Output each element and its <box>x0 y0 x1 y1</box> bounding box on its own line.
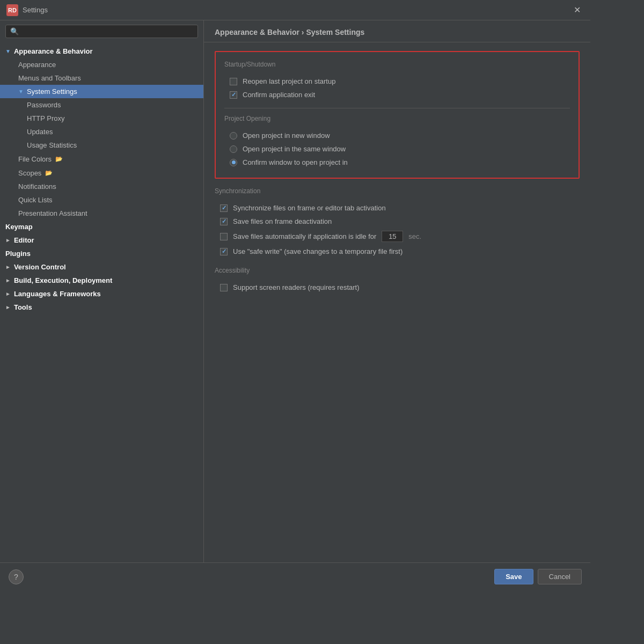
sidebar-item-quick-lists[interactable]: Quick Lists <box>0 193 203 207</box>
option-confirm-exit[interactable]: Confirm application exit <box>224 88 570 101</box>
sidebar-item-label: Notifications <box>18 182 56 191</box>
sidebar-item-notifications[interactable]: Notifications <box>0 180 203 193</box>
sync-files-label: Synchronize files on frame or editor tab… <box>233 204 386 212</box>
sidebar-item-label: Menus and Toolbars <box>18 74 81 82</box>
sidebar-item-label: Plugins <box>5 250 31 258</box>
sidebar-item-label: Passwords <box>27 101 61 109</box>
sidebar-item-label: Usage Statistics <box>27 141 77 149</box>
sidebar: 🔍 ▼ Appearance & Behavior Appearance Men… <box>0 20 204 562</box>
safe-write-checkbox[interactable] <box>220 248 228 255</box>
sidebar-item-plugins[interactable]: Plugins <box>0 247 203 260</box>
bottom-bar: ? Save Cancel <box>0 562 590 590</box>
app-icon: RD <box>6 4 18 16</box>
sidebar-item-languages-frameworks[interactable]: ► Languages & Frameworks <box>0 287 203 301</box>
nav-tree: ▼ Appearance & Behavior Appearance Menus… <box>0 42 203 562</box>
project-opening-label: Project Opening <box>224 115 570 122</box>
option-confirm-window[interactable]: Confirm window to open project in <box>224 156 570 169</box>
scopes-icon: 📂 <box>45 169 53 177</box>
sidebar-item-appearance[interactable]: Appearance <box>0 58 203 71</box>
sidebar-item-label: System Settings <box>27 87 77 96</box>
sidebar-item-presentation-assistant[interactable]: Presentation Assistant <box>0 207 203 220</box>
sidebar-item-label: Appearance & Behavior <box>14 47 93 55</box>
sidebar-item-editor[interactable]: ► Editor <box>0 233 203 247</box>
sidebar-item-tools[interactable]: ► Tools <box>0 301 203 314</box>
new-window-label: Open project in new window <box>243 131 330 140</box>
save-button[interactable]: Save <box>494 569 533 584</box>
help-button[interactable]: ? <box>9 569 24 584</box>
file-colors-icon: 📂 <box>55 155 63 163</box>
sidebar-item-label: Build, Execution, Deployment <box>14 276 112 284</box>
sidebar-item-http-proxy[interactable]: HTTP Proxy <box>0 112 203 125</box>
sidebar-item-label: Appearance <box>18 61 56 69</box>
sidebar-item-label: Keymap <box>5 223 33 231</box>
option-reopen-last-project[interactable]: Reopen last project on startup <box>224 75 570 88</box>
search-input[interactable] <box>22 27 193 35</box>
sidebar-item-label: File Colors <box>18 155 52 163</box>
content-area: Appearance & Behavior › System Settings … <box>204 20 590 562</box>
title-bar-left: RD Settings <box>6 4 48 16</box>
triangle-icon: ► <box>5 277 11 283</box>
sidebar-item-file-colors[interactable]: File Colors 📂 <box>0 152 203 166</box>
save-idle-checkbox[interactable] <box>220 233 228 240</box>
sidebar-item-appearance-behavior[interactable]: ▼ Appearance & Behavior <box>0 45 203 58</box>
option-screen-readers[interactable]: Support screen readers (requires restart… <box>215 281 580 294</box>
sidebar-item-menus-toolbars[interactable]: Menus and Toolbars <box>0 71 203 85</box>
confirm-window-label: Confirm window to open project in <box>243 158 348 166</box>
sync-files-checkbox[interactable] <box>220 204 228 212</box>
save-deactivation-checkbox[interactable] <box>220 218 228 225</box>
highlighted-section: Startup/Shutdown Reopen last project on … <box>215 51 580 179</box>
sidebar-item-label: Presentation Assistant <box>18 209 87 217</box>
synchronization-label: Synchronization <box>215 187 580 195</box>
screen-readers-checkbox[interactable] <box>220 284 228 291</box>
cancel-button[interactable]: Cancel <box>538 569 582 584</box>
close-button[interactable]: ✕ <box>570 5 584 16</box>
sidebar-item-usage-statistics[interactable]: Usage Statistics <box>0 138 203 152</box>
startup-shutdown-label: Startup/Shutdown <box>224 61 570 68</box>
sidebar-item-label: HTTP Proxy <box>27 114 65 122</box>
sidebar-item-passwords[interactable]: Passwords <box>0 98 203 112</box>
idle-seconds-input[interactable] <box>382 231 403 242</box>
triangle-icon: ► <box>5 237 11 243</box>
sidebar-item-label: Updates <box>27 128 53 136</box>
window-title: Settings <box>23 6 48 14</box>
option-save-deactivation[interactable]: Save files on frame deactivation <box>215 215 580 228</box>
search-icon: 🔍 <box>10 27 19 35</box>
sidebar-item-version-control[interactable]: ► Version Control <box>0 260 203 274</box>
confirm-exit-label: Confirm application exit <box>243 91 315 99</box>
triangle-icon: ▼ <box>5 48 11 54</box>
section-divider <box>224 108 570 108</box>
triangle-icon: ► <box>5 304 11 310</box>
sidebar-item-label: Scopes <box>18 169 41 177</box>
option-new-window[interactable]: Open project in new window <box>224 129 570 142</box>
reopen-last-project-checkbox[interactable] <box>230 78 237 85</box>
search-box[interactable]: 🔍 <box>5 25 198 38</box>
sidebar-item-label: Tools <box>14 303 32 311</box>
synchronization-section: Synchronization Synchronize files on fra… <box>215 187 580 258</box>
sidebar-item-system-settings[interactable]: ▼ System Settings <box>0 85 203 98</box>
sidebar-item-keymap[interactable]: Keymap <box>0 220 203 233</box>
same-window-radio[interactable] <box>230 145 237 153</box>
option-same-window[interactable]: Open project in the same window <box>224 142 570 156</box>
save-deactivation-label: Save files on frame deactivation <box>233 217 332 225</box>
new-window-radio[interactable] <box>230 132 237 140</box>
accessibility-section: Accessibility Support screen readers (re… <box>215 267 580 294</box>
breadcrumb: Appearance & Behavior › System Settings <box>204 20 590 42</box>
sidebar-item-label: Quick Lists <box>18 196 53 204</box>
settings-content: Startup/Shutdown Reopen last project on … <box>204 42 590 562</box>
safe-write-label: Use "safe write" (save changes to a temp… <box>233 247 402 255</box>
idle-unit-label: sec. <box>408 232 421 240</box>
option-safe-write[interactable]: Use "safe write" (save changes to a temp… <box>215 245 580 258</box>
sidebar-item-label: Version Control <box>14 263 66 271</box>
confirm-exit-checkbox[interactable] <box>230 91 237 99</box>
option-sync-files[interactable]: Synchronize files on frame or editor tab… <box>215 201 580 215</box>
triangle-icon: ► <box>5 291 11 297</box>
sidebar-item-updates[interactable]: Updates <box>0 125 203 138</box>
accessibility-label: Accessibility <box>215 267 580 274</box>
sidebar-item-label: Languages & Frameworks <box>14 290 101 298</box>
confirm-window-radio[interactable] <box>230 159 237 166</box>
sidebar-item-scopes[interactable]: Scopes 📂 <box>0 166 203 180</box>
option-save-idle[interactable]: Save files automatically if application … <box>215 228 580 245</box>
save-idle-label: Save files automatically if application … <box>233 232 376 240</box>
sidebar-item-label: Editor <box>14 236 34 244</box>
sidebar-item-build-execution-deployment[interactable]: ► Build, Execution, Deployment <box>0 274 203 287</box>
